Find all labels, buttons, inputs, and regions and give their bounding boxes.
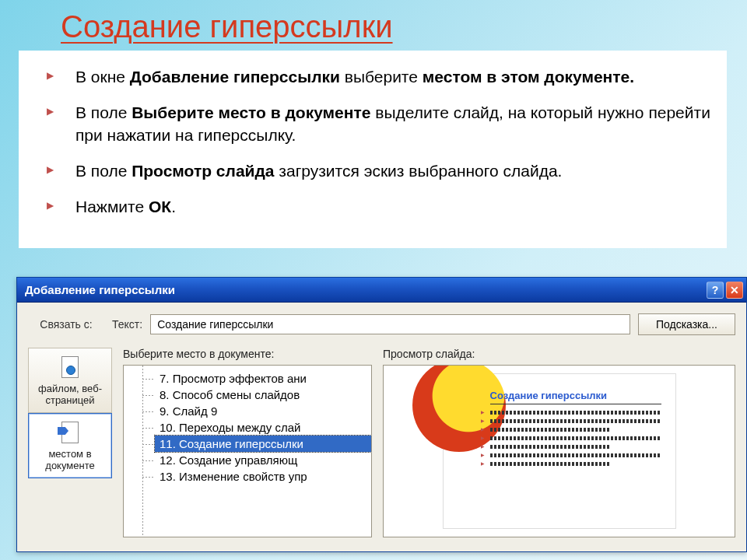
bullet-marker-icon: ▶ [47, 164, 54, 182]
file-web-icon [61, 356, 79, 378]
slide-title: Создание гиперссылки [0, 0, 747, 49]
bullet-item: ▶ В окне Добавление гиперссылки выберите… [47, 66, 711, 88]
screentip-button[interactable]: Подсказка... [638, 313, 735, 335]
slide-thumbnail: Создание гиперссылки [443, 373, 676, 529]
tree-item[interactable]: 7. Просмотр эффектов ани [155, 370, 371, 387]
bullet-item: ▶ В поле Выберите место в документе выде… [47, 102, 711, 146]
link-to-sidebar: файлом, веб-страницей местом в документе [28, 348, 112, 537]
dialog-titlebar[interactable]: Добавление гиперссылки ? ✕ [17, 278, 746, 303]
document-place-icon [61, 422, 79, 443]
tree-item[interactable]: 12. Создание управляющ [155, 452, 371, 468]
close-icon: ✕ [730, 284, 739, 296]
slide-body: ▶ В окне Добавление гиперссылки выберите… [19, 51, 727, 248]
tree-item-selected[interactable]: 11. Создание гиперссылки [155, 436, 371, 452]
link-with-label: Связать с: [28, 318, 104, 331]
bullet-item: ▶ Нажмите ОК. [47, 196, 711, 218]
close-button[interactable]: ✕ [726, 282, 743, 299]
link-to-place-in-document[interactable]: местом в документе [28, 413, 112, 478]
help-button[interactable]: ? [707, 282, 724, 299]
bullet-marker-icon: ▶ [47, 70, 54, 88]
dialog-title: Добавление гиперссылки [25, 283, 175, 296]
text-label: Текст: [112, 318, 142, 331]
slide-preview-label: Просмотр слайда: [383, 348, 735, 360]
select-place-label: Выберите место в документе: [123, 348, 372, 360]
thumbnail-title: Создание гиперссылки [490, 390, 661, 404]
bullet-marker-icon: ▶ [47, 106, 54, 146]
link-to-file-web[interactable]: файлом, веб-страницей [28, 348, 112, 413]
bullet-item: ▶ В поле Просмотр слайда загрузится эски… [47, 160, 711, 182]
slide-preview: Создание гиперссылки [383, 365, 735, 537]
tree-item[interactable]: 9. Слайд 9 [155, 403, 371, 419]
bullet-marker-icon: ▶ [47, 200, 54, 218]
help-icon: ? [712, 284, 719, 296]
tree-item[interactable]: 8. Способ смены слайдов [155, 387, 371, 403]
tree-item[interactable]: 13. Изменение свойств упр [155, 468, 371, 485]
tree-item[interactable]: 10. Переходы между слай [155, 419, 371, 436]
insert-hyperlink-dialog: Добавление гиперссылки ? ✕ Связать с: Те… [16, 277, 747, 552]
document-places-tree[interactable]: 7. Просмотр эффектов ани 8. Способ смены… [123, 365, 372, 537]
hyperlink-text-input[interactable] [150, 314, 630, 334]
